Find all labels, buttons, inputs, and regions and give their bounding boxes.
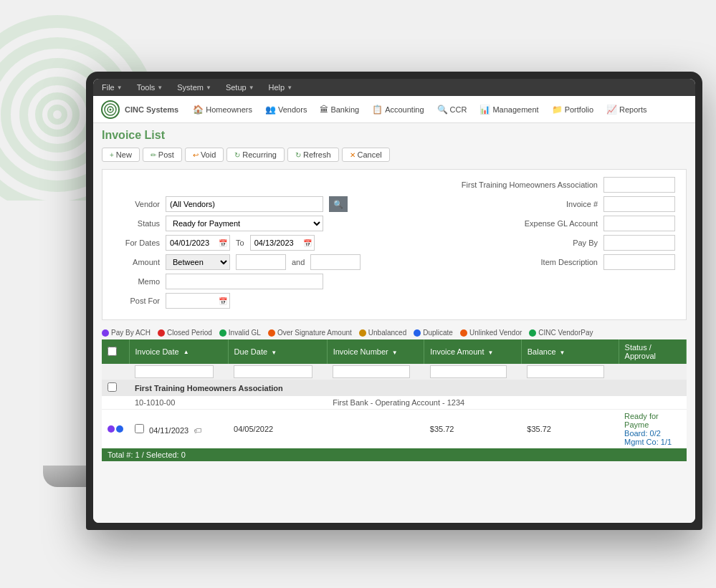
- nav-management[interactable]: 📊 Management: [474, 102, 544, 117]
- logo-area: CINC Systems: [100, 100, 178, 120]
- header-balance: Balance ▼: [521, 339, 619, 364]
- nav-portfolio[interactable]: 📁 Portfolio: [546, 102, 599, 117]
- nav-homeowners[interactable]: 🏠 Homeowners: [187, 102, 258, 117]
- purple-dot-icon: [108, 425, 115, 433]
- filter-row-vendor: Vendor 🔍 Invoice #: [113, 196, 675, 212]
- filter-balance-input[interactable]: [527, 365, 604, 378]
- filter-checkbox-cell: [102, 364, 129, 380]
- new-button[interactable]: + New: [102, 148, 140, 162]
- refresh-button[interactable]: ↻ Refresh: [287, 148, 339, 162]
- filter-invoice-date-input[interactable]: [135, 365, 214, 378]
- filter-due-date-input[interactable]: [234, 365, 312, 378]
- banking-icon: 🏛: [320, 105, 328, 115]
- void-button[interactable]: ↩ Void: [185, 148, 224, 162]
- select-all-checkbox[interactable]: [108, 347, 117, 356]
- amount-type-select[interactable]: Between: [166, 254, 230, 270]
- header-invoice-amount: Invoice Amount ▼: [424, 339, 521, 364]
- filter-row-association: First Training Homeowners Association: [113, 177, 675, 193]
- toolbar: + New ✏ Post ↩ Void ↻ Recurring: [102, 148, 687, 162]
- group-checkbox[interactable]: [108, 382, 117, 392]
- expense-gl-input[interactable]: [603, 216, 675, 231]
- svg-point-5: [50, 107, 65, 122]
- invoice-date-sort[interactable]: Invoice Date ▲: [135, 347, 222, 356]
- nav-vendors[interactable]: 👥 Vendors: [259, 102, 312, 117]
- menu-system[interactable]: System ▼: [174, 79, 214, 96]
- new-icon: +: [110, 151, 114, 159]
- pay-by-input[interactable]: [603, 235, 675, 251]
- and-label: and: [292, 258, 305, 266]
- filter-balance-cell: [521, 364, 619, 380]
- row-checkbox[interactable]: [135, 424, 144, 433]
- association-input[interactable]: [603, 177, 675, 193]
- row-status-text: Ready for Payme: [624, 412, 680, 429]
- balance-filter-icon: ▼: [560, 350, 565, 356]
- legend-cinc-vendorpay: CINC VendorPay: [529, 329, 593, 337]
- homeowners-icon: 🏠: [193, 105, 204, 115]
- status-select[interactable]: Ready for Payment: [166, 216, 323, 231]
- row-balance-cell: $35.72: [521, 410, 619, 449]
- status-label: Status: [113, 219, 160, 228]
- invoice-input[interactable]: [603, 196, 675, 212]
- row-mgmt-approval: Mgmt Co: 1/1: [624, 438, 680, 446]
- system-arrow-icon: ▼: [206, 85, 211, 91]
- top-menubar: File ▼ Tools ▼ System ▼ Setup ▼ Help ▼: [93, 79, 695, 96]
- menu-setup[interactable]: Setup ▼: [223, 79, 257, 96]
- page-title: Invoice List: [102, 129, 687, 142]
- legend-unlinked-vendor: Unlinked Vendor: [460, 329, 522, 337]
- amount-to-input[interactable]: [310, 254, 361, 270]
- header-checkbox-cell: [102, 339, 129, 364]
- pay-by-label: Pay By: [573, 238, 598, 247]
- header-status: Status / Approval: [619, 339, 686, 364]
- association-label: First Training Homeowners Association: [462, 180, 598, 189]
- post-for-wrap: 📅: [166, 293, 230, 309]
- to-label: To: [236, 238, 244, 247]
- menu-help[interactable]: Help ▼: [266, 79, 296, 96]
- filter-invoice-amount-input[interactable]: [430, 365, 507, 378]
- tag-icon: 🏷: [194, 426, 201, 435]
- nav-accounting[interactable]: 📋 Accounting: [366, 102, 429, 117]
- header-invoice-date: Invoice Date ▲: [129, 339, 228, 364]
- filter-status-cell: [619, 364, 686, 380]
- sub-group-row: 10-1010-00 First Bank - Operating Accoun…: [102, 396, 687, 410]
- vendor-search-button[interactable]: 🔍: [329, 196, 348, 212]
- filter-invoice-date-cell: [129, 364, 228, 380]
- date-from-calendar-icon: 📅: [219, 239, 227, 247]
- cinc-logo: [100, 100, 120, 120]
- post-for-calendar-icon: 📅: [219, 297, 227, 305]
- menu-file[interactable]: File ▼: [99, 79, 125, 96]
- nav-reports[interactable]: 📈 Reports: [601, 102, 653, 117]
- row-invoice-number-cell: [327, 410, 424, 449]
- logo-text: CINC Systems: [125, 105, 178, 114]
- filter-row-memo: Memo: [113, 274, 675, 289]
- management-icon: 📊: [479, 105, 490, 115]
- row-invoice-amount-cell: $35.72: [424, 410, 521, 449]
- amount-from-input[interactable]: [236, 254, 286, 270]
- cancel-button[interactable]: ✕ Cancel: [342, 148, 390, 162]
- nav-banking[interactable]: 🏛 Banking: [314, 102, 365, 117]
- item-desc-input[interactable]: [603, 254, 675, 270]
- expense-gl-label: Expense GL Account: [525, 219, 598, 228]
- filter-due-date-cell: [228, 364, 327, 380]
- recurring-button[interactable]: ↻ Recurring: [226, 148, 285, 162]
- closed-period-dot: [158, 329, 165, 337]
- date-to-calendar-icon: 📅: [303, 239, 312, 247]
- row-board-approval: Board: 0/2: [624, 429, 680, 438]
- post-button[interactable]: ✏ Post: [143, 148, 182, 162]
- menu-tools[interactable]: Tools ▼: [134, 79, 166, 96]
- unbalanced-dot: [359, 329, 366, 337]
- nav-ccr[interactable]: 🔍 CCR: [431, 102, 473, 117]
- memo-input[interactable]: [166, 274, 323, 289]
- help-arrow-icon: ▼: [287, 85, 292, 91]
- amount-label: Amount: [113, 258, 160, 266]
- header-invoice-number: Invoice Number ▼: [327, 339, 424, 364]
- filter-row-dates: For Dates 📅 To 📅 Pay By: [113, 235, 675, 251]
- row-status-cell: Ready for Payme Board: 0/2 Mgmt Co: 1/1: [619, 410, 686, 449]
- filter-form: First Training Homeowners Association Ve…: [102, 169, 687, 320]
- vendor-input[interactable]: [166, 196, 323, 212]
- item-desc-label: Item Description: [541, 258, 598, 266]
- cancel-icon: ✕: [350, 151, 355, 159]
- post-for-label: Post For: [113, 297, 160, 305]
- navbar: CINC Systems 🏠 Homeowners 👥 Vendors 🏛 Ba…: [93, 96, 695, 123]
- filter-invoice-number-input[interactable]: [333, 365, 410, 378]
- filter-row-status: Status Ready for Payment Expense GL Acco…: [113, 216, 675, 231]
